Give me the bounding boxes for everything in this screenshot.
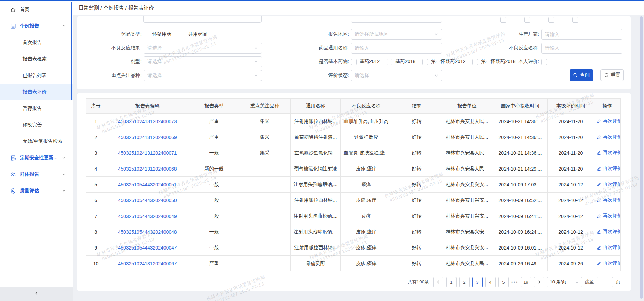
cell-received-time: 2024-10-09 17:03:... bbox=[493, 177, 548, 193]
sidebar-item-cluster-report[interactable]: 群体报告 bbox=[0, 166, 73, 183]
sidebar-scrollbar[interactable] bbox=[71, 2, 72, 100]
sidebar-item-modify-improve[interactable]: 修改完善 bbox=[0, 117, 73, 133]
self-evaluation-label: 本人评价: bbox=[460, 59, 539, 65]
sidebar-item-report-search[interactable]: 报告表检索 bbox=[0, 51, 73, 67]
cell-report-type: 一般 bbox=[189, 208, 239, 224]
clipped-checkbox[interactable] bbox=[500, 17, 506, 23]
sidebar-item-psur[interactable]: 定期安全性更新... bbox=[0, 150, 73, 166]
pencil-icon bbox=[597, 166, 602, 171]
report-code-link[interactable]: 4503251054443202400048 bbox=[118, 229, 177, 235]
sidebar-collapse-button[interactable] bbox=[0, 287, 73, 301]
sidebar-item-invalid-duplicate-search[interactable]: 无效/重复报告检索 bbox=[0, 133, 73, 150]
scrollbar-thumb[interactable] bbox=[640, 16, 643, 299]
home-icon bbox=[10, 7, 16, 13]
report-code-link[interactable]: 4503251054443202400051 bbox=[118, 182, 177, 187]
sidebar-item-quality-evaluation[interactable]: 质量评估 bbox=[0, 183, 73, 199]
sidebar-item-home[interactable]: 首页 bbox=[0, 1, 73, 18]
chevron-down-icon bbox=[434, 32, 438, 36]
re-evaluate-link[interactable]: 再次评价 bbox=[597, 165, 621, 172]
page-button-5[interactable]: 5 bbox=[498, 277, 509, 287]
sidebar-item-label: 首次报告 bbox=[23, 39, 42, 46]
clipped-checkbox[interactable] bbox=[524, 17, 530, 23]
reaction-result-select[interactable]: 请选择 bbox=[144, 43, 262, 54]
breadcrumb: 日常监测 / 个例报告 / 报告表评价 bbox=[78, 5, 154, 11]
cell-focus-species: 集采 bbox=[239, 145, 291, 161]
page-scrollbar[interactable] bbox=[640, 16, 643, 299]
cell-report-unit: 桂林市兴安县兴安... bbox=[441, 224, 493, 240]
prev-page-button[interactable] bbox=[433, 277, 443, 287]
self-evaluation-checkbox[interactable] bbox=[541, 59, 547, 65]
main-area: 日常监测 / 个例报告 / 报告表评价 药品类型: 怀疑用药 并用药品 bbox=[73, 1, 644, 301]
re-evaluate-link[interactable]: 再次评价 bbox=[597, 213, 621, 219]
report-code-link[interactable]: 4503251024131202400073 bbox=[118, 119, 177, 124]
jump-page-input[interactable] bbox=[597, 277, 613, 287]
table-row: 3 4503251024131202400071 一般 集采 左氧氟沙星氯化钠.… bbox=[86, 145, 621, 161]
key-species-select[interactable]: 请选择 bbox=[144, 70, 262, 81]
pagination-ellipsis[interactable]: ••• bbox=[511, 280, 518, 285]
report-code-link[interactable]: 4503251054443202400049 bbox=[118, 213, 177, 219]
report-code-link[interactable]: 4503251024131202400068 bbox=[118, 166, 177, 172]
cell-focus-species bbox=[239, 177, 291, 193]
cell-evaluated-time: 2024-11-20 bbox=[548, 161, 594, 177]
reaction-name-input[interactable] bbox=[541, 43, 622, 54]
re-evaluate-link[interactable]: 再次评价 bbox=[597, 260, 621, 266]
cell-result: 好转 bbox=[392, 193, 441, 208]
sidebar-item-draft-report[interactable]: 暂存报告 bbox=[0, 100, 73, 117]
manufacturer-input[interactable] bbox=[541, 29, 622, 40]
cell-reaction-name: 皮疹,瘙痒 bbox=[341, 193, 392, 208]
re-evaluate-link[interactable]: 再次评价 bbox=[597, 134, 621, 140]
sidebar-item-first-report[interactable]: 首次报告 bbox=[0, 34, 73, 51]
re-evaluate-link[interactable]: 再次评价 bbox=[597, 229, 621, 235]
cell-reaction-name: 血管炎,皮肤发红,瘙... bbox=[341, 145, 392, 161]
report-code-link[interactable]: 4503251054443202400047 bbox=[118, 245, 177, 251]
page-button-4[interactable]: 4 bbox=[485, 277, 496, 287]
re-evaluate-link[interactable]: 再次评价 bbox=[597, 118, 621, 124]
clipped-input[interactable] bbox=[351, 16, 442, 23]
clipped-checkbox[interactable] bbox=[548, 17, 554, 23]
report-code-link[interactable]: 4503251054443202400050 bbox=[118, 198, 177, 203]
dosage-form-label: 剂型: bbox=[77, 59, 142, 65]
cell-reaction-name: 皮疹,瘙痒 bbox=[341, 161, 392, 177]
cell-focus-species bbox=[239, 240, 291, 256]
re-evaluate-link[interactable]: 再次评价 bbox=[597, 150, 621, 156]
drug-generic-name-input[interactable] bbox=[351, 43, 442, 54]
page-button-19[interactable]: 19 bbox=[521, 277, 531, 287]
pencil-icon bbox=[597, 229, 602, 234]
reset-button[interactable]: 重置 bbox=[600, 69, 624, 81]
pencil-icon bbox=[597, 119, 602, 124]
next-page-button[interactable] bbox=[534, 277, 544, 287]
first-suspect-2012-checkbox[interactable] bbox=[422, 59, 428, 65]
page-button-2[interactable]: 2 bbox=[459, 277, 470, 287]
report-code-link[interactable]: 4503251024131202400069 bbox=[118, 135, 177, 140]
re-evaluate-link[interactable]: 再次评价 bbox=[597, 181, 621, 187]
sidebar-item-reported-list[interactable]: 已报告列表 bbox=[0, 67, 73, 84]
clipped-checkbox[interactable] bbox=[572, 17, 578, 23]
concomitant-drug-checkbox[interactable] bbox=[180, 32, 185, 37]
report-region-select[interactable]: 请选择所属地区 bbox=[351, 29, 442, 40]
cell-generic-name: 注射用哌拉西林钠... bbox=[291, 114, 341, 129]
suspected-drug-checkbox[interactable] bbox=[144, 32, 149, 37]
search-button[interactable]: 查询 bbox=[570, 69, 593, 81]
essential-2012-checkbox[interactable] bbox=[351, 59, 357, 65]
sidebar-item-label: 报告表检索 bbox=[23, 56, 47, 62]
cell-received-time: 2024-10-21 14:36:... bbox=[493, 129, 548, 145]
report-code-link[interactable]: 4503251024131202400071 bbox=[118, 150, 177, 156]
evaluation-status-select[interactable]: 请选择 bbox=[351, 70, 442, 81]
page-size-select[interactable]: 10 条/页 bbox=[547, 277, 582, 287]
column-header-result: 结果 bbox=[392, 99, 441, 114]
sidebar-item-report-evaluation[interactable]: 报告表评价 bbox=[0, 84, 73, 100]
re-evaluate-link[interactable]: 再次评价 bbox=[597, 197, 621, 203]
pagination-total: 共有190条 bbox=[408, 279, 429, 285]
page-button-1[interactable]: 1 bbox=[446, 277, 457, 287]
chevron-down-icon bbox=[62, 155, 66, 160]
dosage-form-select[interactable]: 请选择 bbox=[144, 56, 262, 67]
report-code-link[interactable]: 4503251024131202400067 bbox=[118, 261, 177, 266]
sidebar-item-case-report[interactable]: 个例报告 bbox=[0, 18, 73, 34]
sidebar-item-label: 暂存报告 bbox=[23, 105, 42, 112]
clipped-input[interactable] bbox=[143, 16, 262, 23]
sidebar-item-label: 个例报告 bbox=[20, 23, 39, 29]
column-header-report-type: 报告类型 bbox=[189, 99, 239, 114]
essential-2018-checkbox[interactable] bbox=[387, 59, 392, 65]
page-button-3-active[interactable]: 3 bbox=[472, 277, 483, 287]
re-evaluate-link[interactable]: 再次评价 bbox=[597, 244, 621, 251]
